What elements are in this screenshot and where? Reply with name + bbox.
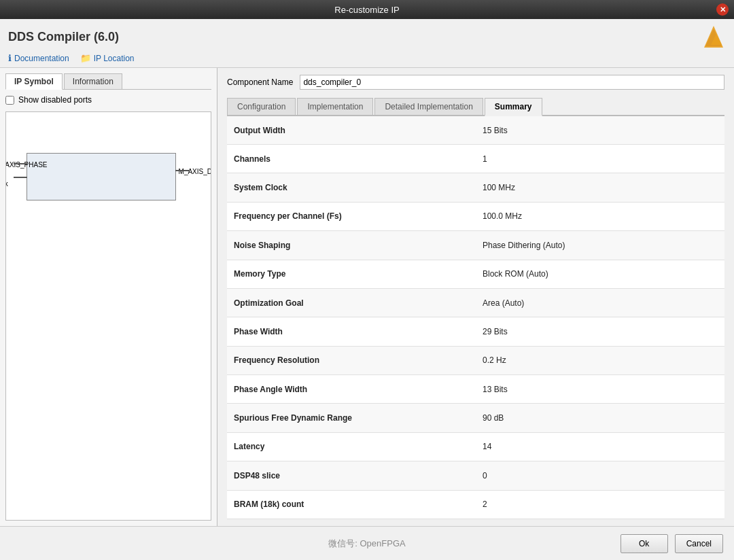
summary-table: Output Width15 BitsChannels1System Clock… (227, 116, 724, 519)
close-button[interactable]: ✕ (716, 3, 729, 16)
property-cell: Channels (227, 145, 476, 173)
port-s-axis-phase-label: S_AXIS_PHASE (5, 161, 47, 169)
watermark: 微信号: OpenFPGA (328, 538, 405, 550)
table-row: Memory TypeBlock ROM (Auto) (227, 260, 724, 288)
left-tabs: IP Symbol Information (5, 73, 211, 90)
value-cell: 2 (476, 490, 724, 519)
right-wire (175, 170, 189, 171)
property-cell: Optimization Goal (227, 288, 476, 317)
tab-implementation[interactable]: Implementation (297, 98, 373, 115)
content-area: IP Symbol Information Show disabled port… (0, 68, 734, 526)
property-cell: Phase Angle Width (227, 375, 476, 404)
tab-information[interactable]: Information (64, 73, 122, 89)
info-icon: ℹ (8, 53, 12, 63)
config-tabs: Configuration Implementation Detailed Im… (227, 98, 724, 116)
ip-location-button[interactable]: 📁 IP Location (80, 53, 135, 63)
ip-location-label: IP Location (94, 54, 135, 63)
documentation-button[interactable]: ℹ Documentation (8, 53, 69, 63)
table-row: Phase Angle Width13 Bits (227, 375, 724, 404)
show-disabled-label: Show disabled ports (18, 95, 92, 105)
left-ports: S_AXIS_PHASE — aclk (5, 160, 47, 188)
property-cell: Memory Type (227, 260, 476, 288)
xilinx-logo (701, 24, 726, 49)
table-row: System Clock100 MHz (227, 173, 724, 202)
value-cell: 13 Bits (476, 375, 724, 404)
property-cell: BRAM (18k) count (227, 490, 476, 519)
value-cell: 100.0 MHz (476, 202, 724, 230)
table-row: Phase Width29 Bits (227, 317, 724, 346)
right-panel: Component Name Configuration Implementat… (217, 68, 734, 526)
table-row: Optimization GoalArea (Auto) (227, 288, 724, 317)
documentation-label: Documentation (14, 54, 69, 63)
value-cell: 29 Bits (476, 317, 724, 346)
toolbar: ℹ Documentation 📁 IP Location (0, 52, 734, 68)
value-cell: 100 MHz (476, 173, 724, 202)
value-cell: Area (Auto) (476, 288, 724, 317)
value-cell: 14 (476, 432, 724, 461)
property-cell: Spurious Free Dynamic Range (227, 404, 476, 432)
left-wire-2 (14, 177, 27, 178)
port-s-axis-phase: S_AXIS_PHASE (5, 160, 47, 169)
ip-canvas: S_AXIS_PHASE — aclk M_AXIS_DATA (5, 111, 211, 521)
value-cell: Phase Dithering (Auto) (476, 231, 724, 260)
table-row: DSP48 slice0 (227, 461, 724, 490)
property-cell: Output Width (227, 116, 476, 145)
show-disabled-row: Show disabled ports (5, 95, 211, 105)
component-name-row: Component Name (227, 75, 724, 90)
tab-detailed-implementation[interactable]: Detailed Implementation (374, 98, 483, 115)
titlebar-title: Re-customize IP (334, 5, 399, 15)
cancel-button[interactable]: Cancel (675, 534, 723, 553)
property-cell: System Clock (227, 173, 476, 202)
property-cell: Noise Shaping (227, 231, 476, 260)
header: DDS Compiler (6.0) (0, 19, 734, 52)
table-row: Frequency per Channel (Fs)100.0 MHz (227, 202, 724, 230)
tab-configuration[interactable]: Configuration (227, 98, 296, 115)
bottom-bar: 微信号: OpenFPGA Ok Cancel (0, 526, 734, 560)
show-disabled-checkbox[interactable] (5, 96, 14, 105)
left-panel: IP Symbol Information Show disabled port… (0, 68, 217, 526)
table-row: Frequency Resolution0.2 Hz (227, 346, 724, 374)
titlebar: Re-customize IP ✕ (0, 0, 734, 19)
property-cell: Phase Width (227, 317, 476, 346)
property-cell: DSP48 slice (227, 461, 476, 490)
value-cell: 0.2 Hz (476, 346, 724, 374)
port-aclk-label: aclk (5, 180, 8, 188)
property-cell: Frequency per Channel (Fs) (227, 202, 476, 230)
table-row: Output Width15 Bits (227, 116, 724, 145)
table-row: Noise ShapingPhase Dithering (Auto) (227, 231, 724, 260)
table-row: Channels1 (227, 145, 724, 173)
value-cell: 15 Bits (476, 116, 724, 145)
main-window: DDS Compiler (6.0) ℹ Documentation 📁 IP … (0, 19, 734, 560)
ok-button[interactable]: Ok (621, 534, 668, 553)
component-name-label: Component Name (227, 77, 293, 87)
port-aclk: — aclk (5, 179, 47, 188)
tab-summary[interactable]: Summary (485, 98, 542, 116)
left-wire-1 (14, 163, 27, 164)
port-m-axis-data-label: M_AXIS_DATA (179, 168, 211, 175)
right-ports: M_AXIS_DATA (179, 167, 211, 175)
table-row: BRAM (18k) count2 (227, 490, 724, 519)
table-row: Latency14 (227, 432, 724, 461)
value-cell: 0 (476, 461, 724, 490)
tab-ip-symbol[interactable]: IP Symbol (5, 73, 63, 90)
value-cell: 90 dB (476, 404, 724, 432)
property-cell: Frequency Resolution (227, 346, 476, 374)
summary-tbody: Output Width15 BitsChannels1System Clock… (227, 116, 724, 519)
folder-icon: 📁 (80, 53, 91, 63)
ip-block: S_AXIS_PHASE — aclk M_AXIS_DATA (27, 153, 176, 200)
value-cell: 1 (476, 145, 724, 173)
property-cell: Latency (227, 432, 476, 461)
value-cell: Block ROM (Auto) (476, 260, 724, 288)
component-name-input[interactable] (300, 75, 724, 90)
table-row: Spurious Free Dynamic Range90 dB (227, 404, 724, 432)
page-title: DDS Compiler (6.0) (8, 30, 119, 44)
